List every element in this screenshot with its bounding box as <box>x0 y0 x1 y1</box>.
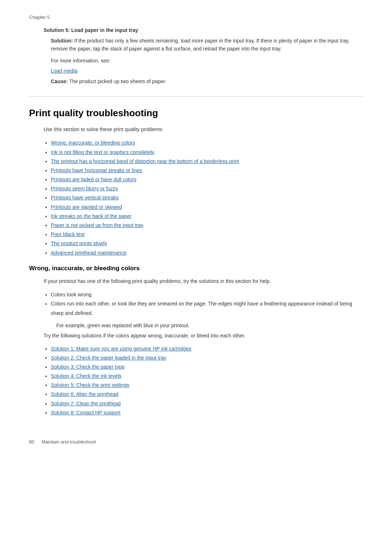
list-item[interactable]: Printouts have horizontal streaks or lin… <box>51 166 363 175</box>
list-item[interactable]: Ink streaks on the back of the paper <box>51 212 363 221</box>
list-item: Colors look wrong <box>51 290 363 299</box>
list-item[interactable]: Solution 8: Contact HP support <box>51 408 363 417</box>
wrong-colors-section: Wrong, inaccurate, or bleeding colors If… <box>29 265 363 417</box>
wrong-colors-heading: Wrong, inaccurate, or bleeding colors <box>29 265 363 272</box>
list-item[interactable]: The product prints slowly <box>51 239 363 248</box>
cause-label: Cause: <box>51 78 68 84</box>
solution5-title: Solution 5: Load paper in the input tray <box>44 27 363 33</box>
list-item[interactable]: Printouts are slanted or skewed <box>51 203 363 212</box>
list-item[interactable]: Solution 4: Check the ink levels <box>51 372 363 381</box>
list-item[interactable]: The printout has a horizontal band of di… <box>51 157 363 166</box>
list-item[interactable]: Ink is not filling the text or graphics … <box>51 148 363 157</box>
solution5-block: Solution 5: Load paper in the input tray… <box>29 27 363 85</box>
print-quality-heading: Print quality troubleshooting <box>29 108 363 119</box>
list-item: Colors run into each other, or look like… <box>51 299 363 317</box>
list-item[interactable]: Poor black text <box>51 230 363 239</box>
chapter-label: Chapter 5 <box>29 15 363 20</box>
try-solutions-text: Try the following solutions if the color… <box>29 332 363 340</box>
load-media-link[interactable]: Load media <box>51 68 77 74</box>
page-footer: 80 Maintain and troubleshoot <box>29 439 363 445</box>
more-info-text: For more information, see: <box>44 57 363 65</box>
wrong-colors-intro: If your printout has one of the followin… <box>29 277 363 285</box>
list-item[interactable]: Printouts are faded or have dull colors <box>51 175 363 184</box>
list-item[interactable]: Solution 2: Check the paper loaded in th… <box>51 353 363 362</box>
list-item[interactable]: Printouts have vertical streaks <box>51 193 363 202</box>
print-quality-list: Wrong, inaccurate, or bleeding colorsInk… <box>29 138 363 257</box>
print-quality-section: Print quality troubleshooting Use this s… <box>29 108 363 258</box>
list-item[interactable]: Paper is not picked up from the input tr… <box>51 221 363 230</box>
load-media-link-container: Load media <box>44 67 363 75</box>
solutions-list: Solution 1: Make sure you are using genu… <box>29 344 363 418</box>
list-item[interactable]: Solution 5: Check the print settings <box>51 381 363 390</box>
print-quality-intro: Use this section to solve these print qu… <box>29 125 363 133</box>
list-item[interactable]: Solution 1: Make sure you are using genu… <box>51 344 363 353</box>
list-item[interactable]: Solution 6: Align the printhead <box>51 390 363 399</box>
list-item[interactable]: Printouts seem blurry or fuzzy <box>51 184 363 193</box>
solution5-body-text: If the product has only a few sheets rem… <box>51 38 350 52</box>
page-number: 80 <box>29 439 34 445</box>
list-item[interactable]: Solution 7: Clean the printhead <box>51 399 363 408</box>
cause-text: Cause: The product picked up two sheets … <box>44 77 363 85</box>
section-divider <box>29 96 363 97</box>
sub-item-note: For example, green was replaced with blu… <box>29 321 363 329</box>
list-item[interactable]: Solution 3: Check the paper type <box>51 362 363 372</box>
list-item[interactable]: Advanced printhead maintenance <box>51 248 363 258</box>
wrong-colors-bullets: Colors look wrongColors run into each ot… <box>29 290 363 318</box>
cause-body: The product picked up two sheets of pape… <box>68 78 166 84</box>
solution5-body: Solution: If the product has only a few … <box>44 37 363 53</box>
footer-label: Maintain and troubleshoot <box>41 439 96 445</box>
solution5-bold-label: Solution: <box>51 38 73 44</box>
list-item[interactable]: Wrong, inaccurate, or bleeding colors <box>51 138 363 147</box>
